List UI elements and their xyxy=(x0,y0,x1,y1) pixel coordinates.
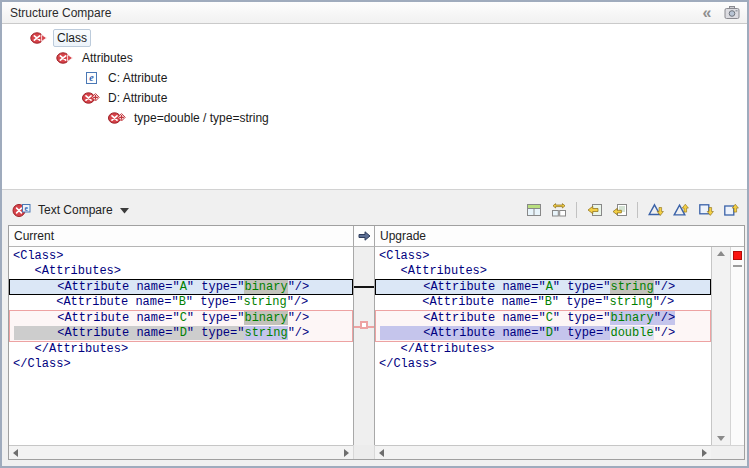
code-segment: " type=" xyxy=(187,280,245,294)
code-segment: "/> xyxy=(654,311,676,325)
left-pane-title: Current xyxy=(9,226,353,247)
vertical-scrollbar[interactable] xyxy=(711,247,730,445)
tree-item[interactable]: Class xyxy=(2,28,747,48)
code-segment: <Attribute name=" xyxy=(380,311,546,325)
copy-current-right-to-left-icon[interactable] xyxy=(609,200,630,221)
element-e-icon: e xyxy=(82,70,101,86)
right-horizontal-scrollbar[interactable] xyxy=(375,445,711,459)
text-compare-title: Text Compare xyxy=(38,203,113,217)
scroll-right-icon[interactable] xyxy=(344,449,349,457)
code-segment: </Class> xyxy=(13,357,71,371)
svg-text:e: e xyxy=(89,72,94,83)
conflict-add-icon xyxy=(108,110,127,126)
code-line: <Attribute name="A" type="string"/> xyxy=(376,280,710,295)
compare-toolbar xyxy=(523,200,741,221)
code-segment: "/> xyxy=(653,295,675,309)
structure-header-icons: « xyxy=(697,5,741,21)
code-line: <Attribute name="D" type="string"/> xyxy=(10,326,352,341)
toolbar-separator xyxy=(637,202,638,218)
code-segment: D xyxy=(546,326,553,340)
next-change-icon[interactable] xyxy=(695,200,716,221)
scrollbar-gap xyxy=(353,445,375,459)
structure-compare-title: Structure Compare xyxy=(10,6,111,20)
compare-editor-window: Structure Compare « ClassAttributeseC: A… xyxy=(0,0,749,468)
red-conflict-marker[interactable] xyxy=(733,251,742,260)
text-compare-icon: e xyxy=(12,202,31,218)
code-segment: "/> xyxy=(654,280,676,294)
tree-item[interactable]: D: Attribute xyxy=(2,88,747,108)
swap-panes-icon[interactable] xyxy=(548,200,569,221)
left-horizontal-scrollbar[interactable] xyxy=(9,445,353,459)
scroll-left-icon[interactable] xyxy=(379,449,384,457)
copy-all-right-to-left-icon[interactable] xyxy=(584,200,605,221)
camera-icon[interactable] xyxy=(723,5,741,21)
code-line: <Attribute name="A" type="binary"/> xyxy=(10,280,352,295)
right-arrow-icon xyxy=(353,226,375,247)
right-code-editor[interactable]: <Class> <Attributes> <Attribute name="A"… xyxy=(375,247,711,445)
code-line: <Attributes> xyxy=(375,264,711,279)
selected-diff-region: <Attribute name="A" type="string"/> xyxy=(375,279,711,296)
code-segment: " type=" xyxy=(186,295,244,309)
code-segment: </Attributes> xyxy=(379,342,494,356)
structure-tree[interactable]: ClassAttributeseC: AttributeD: Attribute… xyxy=(2,24,747,190)
scroll-up-icon[interactable] xyxy=(717,251,725,256)
diff-connector-gutter xyxy=(353,247,375,445)
code-segment: <Attribute name=" xyxy=(380,326,546,340)
code-segment: <Attribute name=" xyxy=(14,326,180,340)
scroll-right-icon[interactable] xyxy=(702,449,707,457)
code-line: </Class> xyxy=(375,357,711,372)
code-segment: string xyxy=(609,295,652,309)
code-segment: string xyxy=(610,280,653,294)
overview-ruler xyxy=(730,247,744,445)
code-segment: <Attributes> xyxy=(379,264,487,278)
code-segment: "/> xyxy=(288,311,310,325)
code-line: <Attribute name="B" type="string"/> xyxy=(375,295,711,310)
code-segment: <Attribute name=" xyxy=(14,311,180,325)
tree-item-label: Class xyxy=(53,29,91,47)
code-segment: <Class> xyxy=(13,249,63,263)
code-segment: </Class> xyxy=(379,357,437,371)
code-segment: A xyxy=(180,280,187,294)
scroll-left-icon[interactable] xyxy=(13,449,18,457)
code-segment: <Class> xyxy=(379,249,429,263)
code-segment: <Attribute name=" xyxy=(14,280,180,294)
code-segment: B xyxy=(545,295,552,309)
next-difference-icon[interactable] xyxy=(645,200,666,221)
tree-item[interactable]: eC: Attribute xyxy=(2,68,747,88)
code-segment: " type=" xyxy=(187,326,245,340)
chevron-down-icon[interactable] xyxy=(120,208,129,214)
collapse-all-icon[interactable]: « xyxy=(697,5,715,21)
previous-difference-icon[interactable] xyxy=(670,200,691,221)
code-segment: " type=" xyxy=(553,280,611,294)
tree-item[interactable]: type=double / type=string xyxy=(2,108,747,128)
code-segment: B xyxy=(179,295,186,309)
structure-compare-header: Structure Compare « xyxy=(2,2,747,24)
selected-diff-region: <Attribute name="A" type="binary"/> xyxy=(9,279,353,296)
code-line: <Attributes> xyxy=(9,264,353,279)
code-segment: C xyxy=(546,311,553,325)
code-line: <Class> xyxy=(9,249,353,264)
code-segment: binary xyxy=(244,311,287,325)
toolbar-separator xyxy=(576,202,577,218)
code-segment: </Attributes> xyxy=(13,342,128,356)
code-segment: " type=" xyxy=(553,311,611,325)
scrollbar-corner xyxy=(711,445,744,459)
text-compare-header: e Text Compare xyxy=(2,195,747,225)
code-line: <Class> xyxy=(375,249,711,264)
code-segment: string xyxy=(243,295,286,309)
two-pane-view-icon[interactable] xyxy=(523,200,544,221)
left-code-editor[interactable]: <Class> <Attributes> <Attribute name="A"… xyxy=(9,247,353,445)
tree-item-label: Attributes xyxy=(79,50,136,66)
code-segment: string xyxy=(244,326,287,340)
code-line: <Attribute name="B" type="string"/> xyxy=(9,295,353,310)
code-segment: "/> xyxy=(287,295,309,309)
previous-change-icon[interactable] xyxy=(720,200,741,221)
code-segment: <Attribute name=" xyxy=(380,280,546,294)
tree-item[interactable]: Attributes xyxy=(2,48,747,68)
code-segment: " type=" xyxy=(553,326,611,340)
code-line: <Attribute name="D" type="double"/> xyxy=(376,326,710,341)
code-segment: A xyxy=(546,280,553,294)
tree-item-label: C: Attribute xyxy=(105,70,170,86)
scroll-down-icon[interactable] xyxy=(717,436,725,441)
code-line: <Attribute name="C" type="binary"/> xyxy=(10,311,352,326)
